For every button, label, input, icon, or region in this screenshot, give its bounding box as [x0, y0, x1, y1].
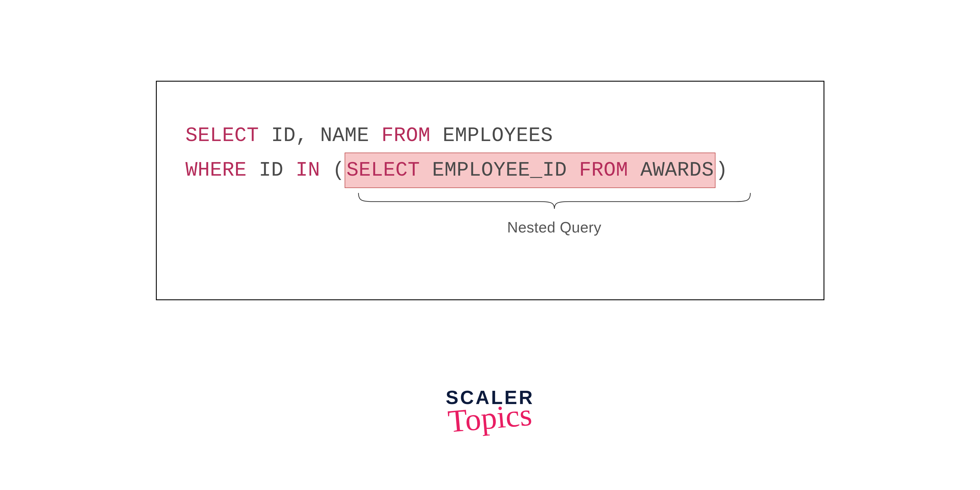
diagram-container: SELECT ID, NAME FROM EMPLOYEES WHERE ID …: [156, 81, 824, 300]
curly-brace-annotation: [356, 192, 753, 212]
nested-query-highlight: SELECT EMPLOYEE_ID FROM AWARDS: [345, 153, 716, 188]
close-paren: ): [716, 159, 728, 182]
sql-line-2: WHERE ID IN (SELECT EMPLOYEE_ID FROM AWA…: [186, 153, 795, 188]
code-box: SELECT ID, NAME FROM EMPLOYEES WHERE ID …: [156, 81, 824, 300]
open-paren: (: [332, 159, 345, 182]
column-id: ID: [259, 159, 296, 182]
table-employees: EMPLOYEES: [442, 124, 553, 147]
sql-line-1: SELECT ID, NAME FROM EMPLOYEES: [186, 119, 795, 153]
inner-keyword-select: SELECT: [346, 159, 420, 182]
inner-column: EMPLOYEE_ID: [420, 159, 579, 182]
keyword-where: WHERE: [186, 159, 247, 182]
inner-table: AWARDS: [628, 159, 714, 182]
keyword-in: IN: [296, 159, 320, 182]
logo-sub-text: Topics: [447, 396, 534, 440]
nested-query-label: Nested Query: [356, 219, 753, 236]
brace-icon: [356, 192, 753, 212]
scaler-logo: SCALER Topics: [446, 386, 534, 436]
inner-keyword-from: FROM: [579, 159, 628, 182]
columns: ID, NAME: [271, 124, 382, 147]
keyword-from: FROM: [382, 124, 431, 147]
keyword-select: SELECT: [186, 124, 259, 147]
